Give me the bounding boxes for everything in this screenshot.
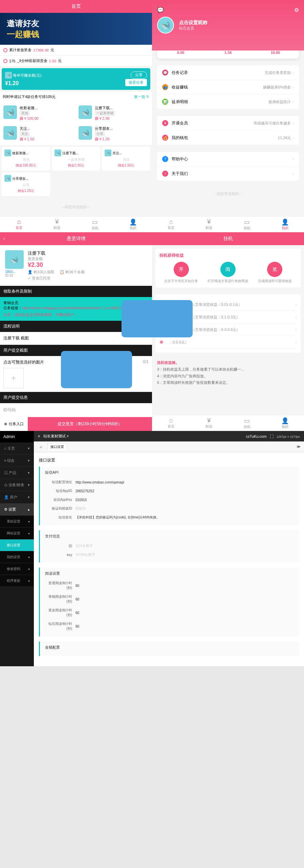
form-row: 青铜阅读倒计时(秒)60 <box>45 592 294 606</box>
side-sub-item[interactable]: 我的设置▾ <box>0 551 34 563</box>
hang-screen: 挂机 挂机获得收益 开点击下方专区开始任务阅打开阅读文章进行有效阅读奖完成阅读即… <box>152 232 304 431</box>
side-sub-item[interactable]: 系统设置▾ <box>0 516 34 528</box>
side-sub-item[interactable]: 程序更新▾ <box>0 575 34 587</box>
admin-sidebar: Admin ⌂ 主页▾≡ 综合▾▤ 产品▾◷ 业务/财务▾👤 用户▾⚙ 设置▴系… <box>0 431 34 666</box>
home-screen: 首页 邀请好友 一起赚钱 累计发放奖金 17388.38 元 175_9分钟前获… <box>0 0 152 232</box>
form-row: 验证码模版ID模版ID <box>45 504 294 513</box>
tab-首页[interactable]: ⌂首页 <box>152 417 190 429</box>
accept-task-button[interactable]: 接受任务 <box>125 79 147 86</box>
tabbar: ⌂首页¥精选▭挂机👤我的 <box>0 216 152 232</box>
tab-首页[interactable]: ⌂首页 <box>152 218 190 231</box>
config-card: 支付信息ID支付id 数字key支付key 数字 <box>39 530 299 563</box>
side-item[interactable]: ▤ 产品▾ <box>0 467 34 479</box>
recent-reward-stat: 175_9分钟前获得赏金 1.00 元 <box>0 56 152 66</box>
config-card: 短信API短信配置地址http://www.smsbao.com/openapi… <box>39 467 299 525</box>
task-hint: 同时申请以下4款任务可得105元 换一批 ↻ <box>0 92 152 102</box>
side-menu: ⌂ 主页▾≡ 综合▾▤ 产品▾◷ 业务/财务▾👤 用户▾⚙ 设置▴系统设置▾网站… <box>0 442 34 587</box>
menu-item[interactable]: 💰我的钱包11.34元 › <box>157 131 299 145</box>
menu-item[interactable]: 💬任务记录完成任务拿奖励 › <box>157 65 299 80</box>
task-entry-button[interactable]: ⊕ 任务入口 <box>0 417 28 431</box>
whale-icon <box>5 72 12 79</box>
earn-card: 每单可赚金额(元) 分享 ¥1.20 接受任务 <box>2 68 150 90</box>
total-reward-stat: 累计发放奖金 17388.38 元 <box>0 45 152 56</box>
tab-挂机[interactable]: ▭挂机 <box>228 417 266 429</box>
side-item[interactable]: ⚙ 设置▴ <box>0 504 34 516</box>
form-row: 普通阅读倒计时(秒)60 <box>45 579 294 592</box>
task-card[interactable]: 关注...关注佣金1.50元 <box>102 147 150 171</box>
badge-icon <box>3 59 7 63</box>
badge-icon <box>3 48 7 52</box>
menu-item[interactable]: ¥开通会员等级越高可做任务越多 › <box>157 116 299 131</box>
task-name: 注册下载 <box>28 250 85 256</box>
tabbar: ⌂首页¥精选▭挂机👤我的 <box>152 415 304 431</box>
tab-首页[interactable]: ⌂首页 <box>0 218 38 231</box>
task-item[interactable]: 收新老微...其他赚￥100.00 <box>2 104 75 123</box>
small-task-grid: 收新老微...其他佣金100.00元 注册下载...一起来养猪佣金2.30元 关… <box>0 145 152 198</box>
menu-item[interactable]: 📊徒弟明细徒弟收益统计 › <box>157 95 299 109</box>
share-button[interactable]: 分享 <box>131 72 147 79</box>
member-level: 钻石会员 <box>179 26 208 31</box>
explain-text: 挂机收益账。3：挂机收益无上限，任务做累了可以来挂会机赚一...4：浏览内容均为… <box>152 356 304 390</box>
back-button[interactable]: ‹ <box>3 236 5 241</box>
side-item[interactable]: ◷ 业务/财务▾ <box>0 479 34 491</box>
form-row: 短信配置地址http://www.smsbao.com/openapi <box>45 478 294 487</box>
step-circles: 开点击下方专区开始任务阅打开阅读文章进行有效阅读奖完成阅读即可获得收益 <box>159 262 297 283</box>
upload-button[interactable]: + <box>3 368 24 388</box>
form-row: 黄金阅读倒计时(秒)60 <box>45 606 294 619</box>
tab-挂机[interactable]: ▭挂机 <box>76 218 114 231</box>
tab-精选[interactable]: ¥精选 <box>190 218 228 231</box>
menu-item[interactable]: ?帮助中心 › <box>157 152 299 166</box>
menu-group-3: ?帮助中心 ›i关于我们 › <box>157 152 299 181</box>
form-row: 钻石阅读倒计时(秒)60 <box>45 619 294 633</box>
form-row: 短信AppID2865276252 <box>45 487 294 495</box>
menu-item[interactable]: i关于我们 › <box>157 166 299 181</box>
tab-我的[interactable]: 👤我的 <box>266 218 304 231</box>
config-card: 金额配置 <box>39 642 299 656</box>
form-row: key支付key 数字 <box>45 550 294 559</box>
id-input[interactable]: ID号码 <box>0 403 152 417</box>
side-sub-item[interactable]: 接口设置 <box>0 539 34 551</box>
task-item[interactable]: 分享朋友...分享赚￥1.20 <box>77 124 150 143</box>
step-item: 阅打开阅读文章进行有效阅读 <box>206 262 249 283</box>
side-sub-item[interactable]: 网站设置▾ <box>0 528 34 539</box>
section-conditions: 领取条件及限制 <box>0 286 152 297</box>
tabbar: ⌂首页¥精选▭挂机👤我的 <box>152 216 304 232</box>
task-grid: 收新老微...其他赚￥100.00注册下载...一起来养猪赚￥2.30关注...… <box>0 102 152 145</box>
tab-精选[interactable]: ¥精选 <box>38 218 76 231</box>
menu-group-1: 💬任务记录完成任务拿奖励 ›👥收徒赚钱躺赚徒弟5%佣金 ›📊徒弟明细徒弟收益统计… <box>157 65 299 109</box>
refresh-button[interactable]: 换一批 ↻ <box>134 94 149 99</box>
tab-我的[interactable]: 👤我的 <box>114 218 152 231</box>
form-row: 短信签名【米粒科技】您的验证码为{code}, 在{time}分钟内有效。 <box>45 513 294 522</box>
form-row: 短信AppKey010915 <box>45 495 294 504</box>
task-card[interactable]: 收新老微...其他佣金100.00元 <box>2 147 50 171</box>
tab-精选[interactable]: ¥精选 <box>190 417 228 429</box>
side-item[interactable]: 👤 用户▾ <box>0 491 34 504</box>
admin-body: 接口设置 短信API短信配置地址http://www.smsbao.com/op… <box>34 452 304 666</box>
page-title: 首页 <box>0 0 152 13</box>
tab-挂机[interactable]: ▭挂机 <box>228 218 266 231</box>
config-card: 阅读设置普通阅读倒计时(秒)60青铜阅读倒计时(秒)60黄金阅读倒计时(秒)60… <box>39 568 299 636</box>
task-icon <box>5 250 24 269</box>
nickname[interactable]: 点击设置昵称 <box>179 20 208 26</box>
avatar[interactable] <box>157 17 174 34</box>
task-item[interactable]: 注册下载...一起来养猪赚￥2.30 <box>77 104 150 123</box>
menu-item[interactable]: 👥收徒赚钱躺赚徒弟5%佣金 › <box>157 80 299 95</box>
menu-group-2: ¥开通会员等级越高可做任务越多 ›💰我的钱包11.34元 › <box>157 116 299 145</box>
task-card[interactable]: 分享朋友...分享佣金1.20元 <box>2 172 50 196</box>
settings-icon[interactable]: ⚙ <box>294 7 299 13</box>
side-item[interactable]: ⌂ 主页▾ <box>0 442 34 455</box>
zone-item[interactable]: ❋：0.5-5元）› <box>159 336 297 349</box>
task-price: ¥2.30 <box>28 261 85 269</box>
side-item[interactable]: ≡ 综合▾ <box>0 455 34 467</box>
tab-我的[interactable]: 👤我的 <box>266 417 304 429</box>
submit-button[interactable]: 提交悬赏（剩239小时59分钟56秒） <box>28 417 152 431</box>
admin-panel: Admin ⌂ 主页▾≡ 综合▾▤ 产品▾◷ 业务/财务▾👤 用户▾⚙ 设置▴系… <box>0 431 304 666</box>
task-item[interactable]: 关注...关注赚￥1.50 <box>2 124 75 143</box>
profile-screen: 💬 ⚙ 点击设置昵称 钻石会员 今日总额0.00收入总额1.34提现总额10.0… <box>152 0 304 232</box>
message-icon[interactable]: 💬 <box>157 7 164 13</box>
step-item: 奖完成阅读即可获得收益 <box>253 262 297 283</box>
admin-cards: 短信API短信配置地址http://www.smsbao.com/openapi… <box>39 467 299 656</box>
side-sub-item[interactable]: 修改密码▾ <box>0 563 34 575</box>
task-card[interactable]: 注册下载...一起来养猪佣金2.30元 <box>52 147 100 171</box>
invite-banner[interactable]: 邀请好友 一起赚钱 <box>0 13 152 45</box>
